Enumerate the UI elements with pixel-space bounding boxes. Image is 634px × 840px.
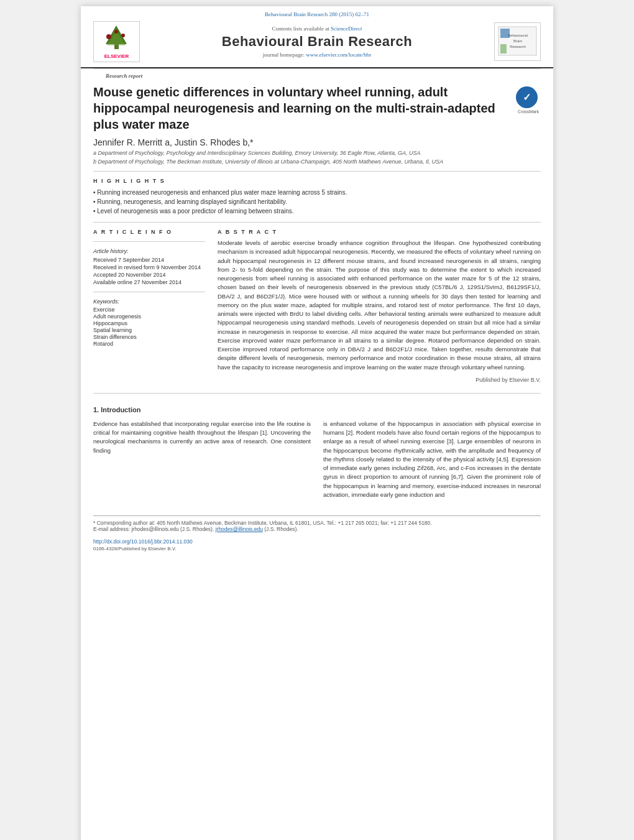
keyword-5: Strain differences: [93, 334, 205, 340]
author-names: Jennifer R. Merritt a, Justin S. Rhodes …: [93, 137, 254, 147]
crossmark-label: CrossMark: [516, 109, 541, 114]
keyword-6: Rotarod: [93, 341, 205, 347]
divider-2: [93, 222, 541, 223]
issn-text: 0166-4328/Published by Elsevier B.V.: [93, 546, 541, 552]
intro-title: 1. Introduction: [93, 406, 541, 413]
footnote-email: E-mail address: jrhodes@illinois.edu (J.…: [93, 526, 541, 532]
svg-text:Behavioural: Behavioural: [508, 34, 528, 37]
available-date: Available online 27 November 2014: [93, 279, 205, 285]
keywords-block: Keywords: Exercise Adult neurogenesis Hi…: [93, 298, 205, 347]
svg-point-3: [106, 34, 111, 39]
svg-rect-11: [500, 44, 507, 53]
abstract-column: A B S T R A C T Moderate levels of aerob…: [218, 229, 541, 383]
authors: Jennifer R. Merritt a, Justin S. Rhodes …: [93, 137, 541, 147]
intro-col-right: is enhanced volume of the hippocampus in…: [323, 420, 541, 503]
svg-text:Research: Research: [510, 45, 526, 48]
keyword-4: Spatial learning: [93, 327, 205, 333]
journal-reference: Behavioural Brain Research 280 (2015) 62…: [93, 11, 541, 17]
article-type: Research report: [106, 73, 142, 79]
homepage-link[interactable]: www.elsevier.com/locate/bbr: [306, 52, 371, 58]
elsevier-brand-text: ELSEVIER: [104, 53, 129, 59]
svg-point-5: [114, 30, 118, 34]
abstract-label: A B S T R A C T: [218, 229, 541, 235]
article-info-abstract: A R T I C L E I N F O Article history: R…: [93, 229, 541, 383]
sciencedirect-link[interactable]: ScienceDirect: [331, 25, 362, 32]
highlights-section: H I G H L I G H T S Running increased ne…: [93, 178, 541, 216]
email-link[interactable]: jrhodes@illinois.edu: [216, 526, 263, 532]
received-date: Received 7 September 2014: [93, 257, 205, 263]
article-page: Behavioural Brain Research 280 (2015) 62…: [81, 6, 553, 840]
introduction-section: 1. Introduction Evidence has established…: [93, 406, 541, 503]
article-history: Article history: Received 7 September 20…: [93, 248, 205, 285]
intro-text-right: is enhanced volume of the hippocampus in…: [323, 420, 541, 499]
publisher-logo-svg: Behavioural Brain Research: [497, 25, 538, 57]
highlight-item-1: Running increased neurogenesis and enhan…: [93, 188, 541, 197]
intro-col-left: Evidence has established that incorporat…: [93, 420, 311, 503]
elsevier-tree-svg: [99, 24, 134, 52]
article-info-column: A R T I C L E I N F O Article history: R…: [93, 229, 205, 383]
svg-text:Brain: Brain: [513, 39, 522, 43]
article-type-banner: Research report: [93, 68, 541, 80]
highlight-item-3: Level of neurogenesis was a poor predict…: [93, 206, 541, 216]
received-revised-date: Received in revised form 9 November 2014: [93, 264, 205, 270]
accepted-date: Accepted 20 November 2014: [93, 272, 205, 278]
journal-name: Behavioural Brain Research: [140, 34, 494, 50]
intro-two-col: Evidence has established that incorporat…: [93, 420, 541, 503]
affiliation-a: a Department of Psychology, Psychology a…: [93, 150, 541, 156]
journal-homepage: journal homepage: www.elsevier.com/locat…: [140, 52, 494, 58]
highlights-label: H I G H L I G H T S: [93, 178, 541, 184]
published-by: Published by Elsevier B.V.: [218, 377, 541, 383]
divider-3: [93, 241, 205, 242]
article-title: Mouse genetic differences in voluntary w…: [93, 84, 510, 132]
keyword-2: Adult neurogenesis: [93, 313, 205, 320]
keyword-1: Exercise: [93, 307, 205, 313]
divider-1: [93, 171, 541, 172]
contents-link: Contents lists available at ScienceDirec…: [140, 25, 494, 32]
article-body: Research report Mouse genetic difference…: [81, 68, 553, 564]
elsevier-logo: ELSEVIER: [93, 21, 140, 62]
article-info-label: A R T I C L E I N F O: [93, 229, 205, 235]
intro-text-left: Evidence has established that incorporat…: [93, 420, 311, 455]
svg-point-4: [121, 34, 125, 37]
highlights-list: Running increased neurogenesis and enhan…: [93, 188, 541, 216]
journal-header: Behavioural Brain Research 280 (2015) 62…: [81, 6, 553, 68]
affiliation-b: b Department of Psychology, The Beckman …: [93, 159, 541, 165]
divider-4: [93, 292, 205, 292]
keywords-label: Keywords:: [93, 298, 205, 305]
journal-title-block: Contents lists available at ScienceDirec…: [140, 25, 494, 58]
footnote-area: * Corresponding author at: 405 North Mat…: [93, 515, 541, 532]
doi-link[interactable]: http://dx.doi.org/10.1016/j.bbr.2014.11.…: [93, 538, 193, 545]
history-label: Article history:: [93, 248, 205, 254]
svg-rect-10: [500, 29, 510, 38]
divider-5: [93, 393, 541, 394]
keyword-3: Hippocampus: [93, 320, 205, 326]
doi-area: http://dx.doi.org/10.1016/j.bbr.2014.11.…: [93, 538, 541, 545]
footnote-corresponding: * Corresponding author at: 405 North Mat…: [93, 520, 541, 526]
highlight-item-2: Running, neurogenesis, and learning disp…: [93, 197, 541, 206]
publisher-right-logo: Behavioural Brain Research: [494, 22, 541, 61]
abstract-text: Moderate levels of aerobic exercise broa…: [218, 239, 541, 372]
crossmark-icon: ✓: [516, 86, 538, 108]
article-title-section: Mouse genetic differences in voluntary w…: [93, 84, 541, 132]
journal-ref-link[interactable]: Behavioural Brain Research 280 (2015) 62…: [265, 11, 369, 17]
crossmark-badge: ✓ CrossMark: [516, 86, 541, 114]
